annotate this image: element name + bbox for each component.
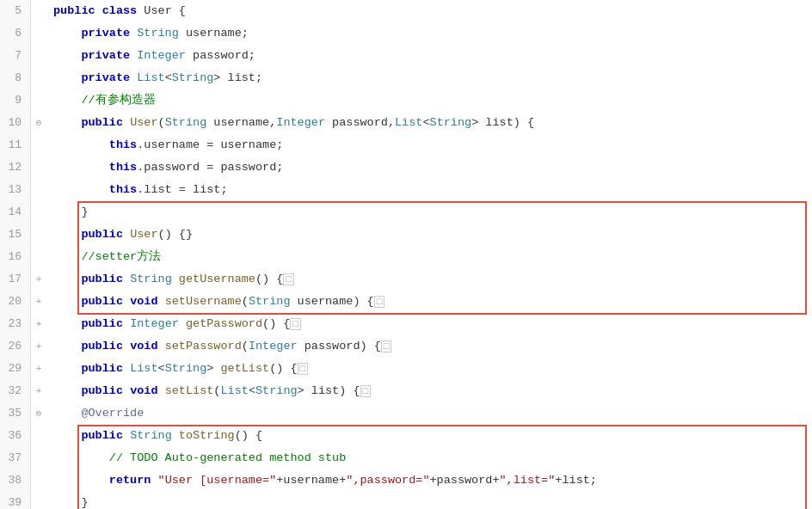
fold-gutter[interactable]: + (31, 380, 46, 402)
line-number: 26 (0, 335, 31, 358)
line-content: private Integer password; (46, 45, 812, 67)
code-line: 14 } (0, 201, 812, 224)
line-content: } (46, 201, 812, 224)
line-content: //有参构造器 (46, 89, 812, 112)
fold-gutter[interactable]: ⊖ (31, 112, 46, 134)
line-number: 20 (0, 291, 31, 313)
line-number: 8 (0, 67, 31, 89)
line-content: public User() {} (46, 224, 812, 246)
line-content: private List<String> list; (46, 67, 812, 89)
line-content: // TODO Auto-generated method stub (46, 447, 812, 469)
code-line: 8 private List<String> list; (0, 67, 812, 89)
line-number: 17 (0, 268, 31, 291)
line-number: 12 (0, 156, 31, 179)
line-number: 14 (0, 201, 31, 224)
code-line: 7 private Integer password; (0, 45, 812, 67)
line-number: 38 (0, 469, 31, 492)
line-number: 29 (0, 358, 31, 380)
code-line: 26+ public void setPassword(Integer pass… (0, 335, 812, 358)
line-number: 23 (0, 313, 31, 335)
code-line: 20+ public void setUsername(String usern… (0, 291, 812, 313)
line-content: public void setList(List<String> list) {… (46, 380, 812, 402)
line-number: 36 (0, 425, 31, 447)
line-number: 35 (0, 402, 31, 425)
line-content: public Integer getPassword() {□ (46, 313, 812, 335)
fold-gutter[interactable]: + (31, 291, 46, 313)
line-number: 10 (0, 112, 31, 134)
line-number: 5 (0, 0, 31, 22)
code-line: 15 public User() {} (0, 224, 812, 246)
line-content: public List<String> getList() {□ (46, 358, 812, 380)
fold-gutter[interactable]: + (31, 268, 46, 291)
fold-gutter[interactable]: + (31, 313, 46, 335)
line-content: this.username = username; (46, 134, 812, 156)
fold-gutter[interactable]: + (31, 335, 46, 358)
line-content: @Override (46, 402, 812, 425)
code-line: 38 return "User [username="+username+",p… (0, 469, 812, 492)
code-line: 10⊖ public User(String username,Integer … (0, 112, 812, 134)
code-line: 23+ public Integer getPassword() {□ (0, 313, 812, 335)
code-line: 6 private String username; (0, 22, 812, 45)
line-number: 15 (0, 224, 31, 246)
line-number: 6 (0, 22, 31, 45)
line-content: public void setPassword(Integer password… (46, 335, 812, 358)
line-number: 37 (0, 447, 31, 469)
code-line: 17+ public String getUsername() {□ (0, 268, 812, 291)
line-content: public class User { (46, 0, 812, 22)
line-number: 39 (0, 492, 31, 509)
code-line: 11 this.username = username; (0, 134, 812, 156)
line-number: 16 (0, 246, 31, 268)
code-line: 35⊖ @Override (0, 402, 812, 425)
line-content: private String username; (46, 22, 812, 45)
line-content: public void setUsername(String username)… (46, 291, 812, 313)
code-line: 12 this.password = password; (0, 156, 812, 179)
code-line: 16 //setter方法 (0, 246, 812, 268)
line-content: return "User [username="+username+",pass… (46, 469, 812, 492)
code-line: 9 //有参构造器 (0, 89, 812, 112)
line-number: 7 (0, 45, 31, 67)
line-number: 11 (0, 134, 31, 156)
line-content: } (46, 492, 812, 509)
fold-gutter[interactable]: ⊖ (31, 402, 46, 425)
fold-gutter[interactable]: + (31, 358, 46, 380)
line-content: public User(String username,Integer pass… (46, 112, 812, 134)
code-line: 29+ public List<String> getList() {□ (0, 358, 812, 380)
line-number: 9 (0, 89, 31, 112)
line-content: public String getUsername() {□ (46, 268, 812, 291)
code-line: 5public class User { (0, 0, 812, 22)
code-line: 39 } (0, 492, 812, 509)
code-line: 36 public String toString() { (0, 425, 812, 447)
line-content: this.password = password; (46, 156, 812, 179)
line-content: public String toString() { (46, 425, 812, 447)
code-line: 32+ public void setList(List<String> lis… (0, 380, 812, 402)
code-line: 13 this.list = list; (0, 179, 812, 201)
line-content: this.list = list; (46, 179, 812, 201)
code-editor: 5public class User {6 private String use… (0, 0, 812, 509)
line-number: 32 (0, 380, 31, 402)
line-number: 13 (0, 179, 31, 201)
line-content: //setter方法 (46, 246, 812, 268)
code-line: 37 // TODO Auto-generated method stub (0, 447, 812, 469)
